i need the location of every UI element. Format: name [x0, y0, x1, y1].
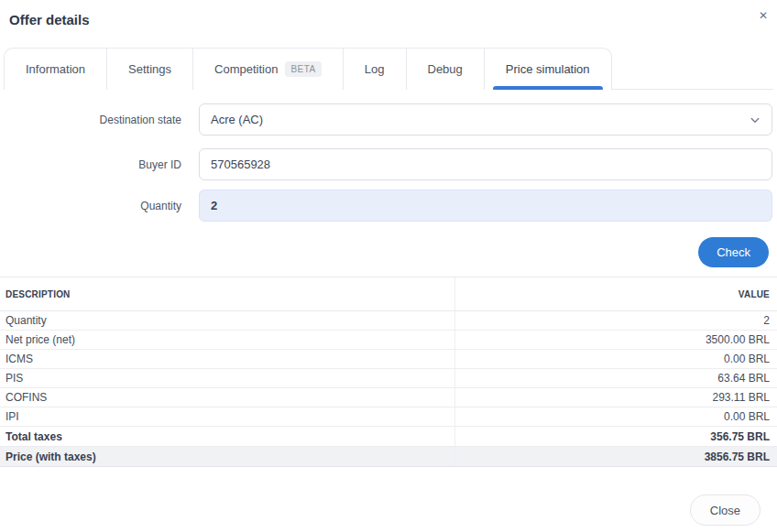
form-row-quantity: Quantity	[0, 190, 777, 222]
row-value: 2	[454, 311, 777, 330]
table-row: Net price (net) 3500.00 BRL	[0, 331, 777, 350]
row-value: 3500.00 BRL	[454, 331, 777, 349]
tab-log[interactable]: Log	[344, 49, 407, 90]
row-description: COFINS	[0, 388, 454, 407]
tab-price-simulation[interactable]: Price simulation	[485, 49, 611, 90]
modal-header: Offer details ✕	[0, 0, 777, 27]
table-header-row: DESCRIPTION VALUE	[0, 277, 777, 311]
tab-list: Information Settings Competition BETA Lo…	[4, 48, 612, 90]
table-row-total-taxes: Total taxes 356.75 BRL	[0, 427, 777, 447]
chevron-down-icon	[750, 114, 761, 125]
row-description: Price (with taxes)	[0, 447, 454, 466]
page-title: Offer details	[9, 12, 768, 27]
beta-badge: BETA	[285, 61, 321, 77]
row-value: 0.00 BRL	[454, 350, 777, 368]
close-icon[interactable]: ✕	[755, 6, 772, 25]
row-description: IPI	[0, 407, 454, 426]
price-simulation-form: Destination state Acre (AC) Buyer ID Qua…	[0, 103, 777, 267]
tab-settings[interactable]: Settings	[107, 49, 193, 90]
row-description: Quantity	[0, 311, 454, 330]
row-description: PIS	[0, 369, 454, 387]
buyer-id-label: Buyer ID	[0, 158, 181, 171]
tab-debug[interactable]: Debug	[407, 49, 485, 90]
row-description: Net price (net)	[0, 331, 454, 349]
row-value: 356.75 BRL	[454, 427, 777, 446]
tab-label: Debug	[428, 62, 463, 76]
destination-state-select[interactable]: Acre (AC)	[199, 103, 772, 136]
table-row-price-with-taxes: Price (with taxes) 3856.75 BRL	[0, 447, 777, 467]
form-row-buyer-id: Buyer ID	[0, 148, 777, 180]
tab-competition[interactable]: Competition BETA	[193, 49, 344, 90]
column-header-description: DESCRIPTION	[0, 277, 454, 310]
destination-state-label: Destination state	[0, 114, 181, 126]
tab-label: Price simulation	[506, 62, 590, 76]
row-value: 293.11 BRL	[454, 388, 777, 407]
modal-footer: Close	[0, 494, 761, 526]
tab-label: Information	[26, 62, 85, 76]
column-header-value: VALUE	[454, 277, 777, 310]
table-row: COFINS 293.11 BRL	[0, 388, 777, 407]
destination-state-value: Acre (AC)	[211, 113, 263, 126]
tab-label: Settings	[128, 62, 171, 76]
row-value: 0.00 BRL	[454, 407, 777, 426]
tab-bar: Information Settings Competition BETA Lo…	[4, 48, 773, 90]
row-description: ICMS	[0, 350, 454, 368]
check-button[interactable]: Check	[698, 237, 769, 267]
buyer-id-input[interactable]	[199, 148, 772, 180]
tab-information[interactable]: Information	[5, 49, 107, 90]
table-row: IPI 0.00 BRL	[0, 407, 777, 427]
row-description: Total taxes	[0, 427, 454, 446]
quantity-input[interactable]	[199, 190, 772, 222]
quantity-label: Quantity	[0, 200, 181, 212]
close-button[interactable]: Close	[690, 494, 761, 526]
form-row-destination-state: Destination state Acre (AC)	[0, 103, 777, 136]
price-simulation-table: DESCRIPTION VALUE Quantity 2 Net price (…	[0, 277, 777, 467]
tab-label: Competition	[214, 62, 278, 76]
tab-label: Log	[365, 62, 385, 76]
table-row: ICMS 0.00 BRL	[0, 350, 777, 369]
table-row: PIS 63.64 BRL	[0, 369, 777, 388]
row-value: 3856.75 BRL	[454, 447, 777, 466]
row-value: 63.64 BRL	[454, 369, 777, 387]
table-row: Quantity 2	[0, 311, 777, 331]
